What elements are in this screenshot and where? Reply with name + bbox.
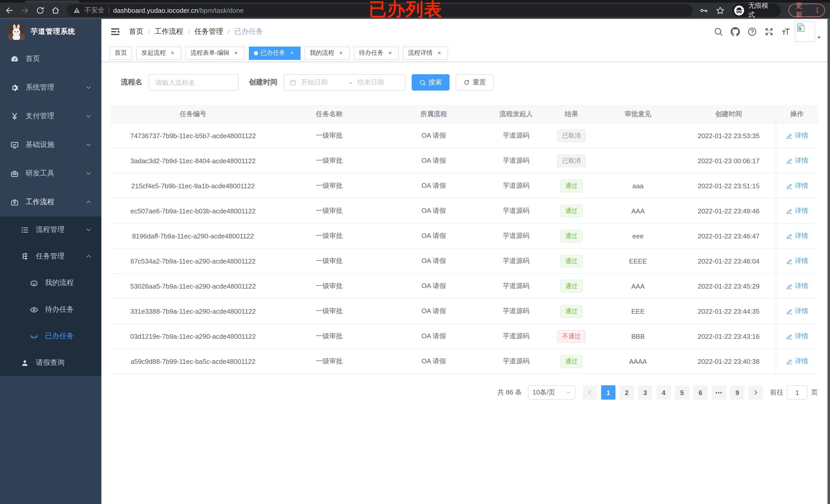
detail-button[interactable]: 详情 [786,306,808,316]
column-header: 审批意见 [595,105,681,123]
sidebar-item[interactable]: 支付管理 [0,102,101,131]
actions-cell: 详情 [776,274,818,298]
breadcrumb-item: 已办任务 [234,27,263,36]
comment: EEE [595,299,681,324]
task-name: 一级审批 [275,148,384,173]
detail-button[interactable]: 详情 [786,181,808,190]
process-name-input[interactable] [149,74,238,91]
table-header: 任务编号任务名称所属流程流程发起人结果审批意见创建时间操作 [111,105,818,123]
actions-cell: 详情 [776,123,818,148]
page-jump-input[interactable] [787,385,807,400]
created-time: 2022-01-22 23:53:35 [681,123,776,148]
prev-page-button[interactable] [583,385,597,400]
process-name: OA 请假 [384,324,484,348]
tab[interactable]: 已办任务 × [249,46,300,60]
sidebar-item[interactable]: 基础设施 [0,131,101,159]
monitor-icon [10,140,19,149]
forward-icon[interactable] [21,6,29,14]
detail-button[interactable]: 详情 [786,206,808,215]
key-icon[interactable] [700,6,708,14]
briefcase-icon [10,198,19,206]
chevron-down-icon [86,227,92,233]
detail-button[interactable]: 详情 [786,231,808,240]
comment: AAAA [595,349,681,373]
edit-icon [786,308,792,314]
detail-button[interactable]: 详情 [786,332,808,341]
page-button[interactable]: 6 [693,385,708,400]
page-button[interactable]: 2 [619,385,634,400]
table-row: 67c534a2-7b9a-11ec-a290-acde48001122 一级审… [111,249,818,274]
reset-button[interactable]: 重置 [456,74,493,91]
tab[interactable]: 我的流程 × [305,46,350,60]
page-button[interactable]: 4 [657,385,671,400]
sidebar-item[interactable]: 研发工具 [0,159,101,188]
tab[interactable]: 流程详情 × [403,46,448,60]
status-badge: 已取消 [557,154,586,167]
date-range-input[interactable]: 开始日期 - 结束日期 [284,74,406,91]
process-starter: 芋道源码 [484,173,548,198]
sidebar-item[interactable]: 系统管理 [0,73,101,102]
close-icon[interactable]: × [169,49,176,57]
task-name: 一级审批 [275,249,384,273]
detail-button[interactable]: 详情 [786,156,808,165]
back-icon[interactable] [5,6,14,14]
close-icon[interactable]: × [387,49,394,57]
search-icon[interactable] [714,27,723,36]
page-button[interactable]: 5 [675,385,689,400]
breadcrumb-item[interactable]: 首页 [129,27,143,36]
jump-label: 前往 [770,388,784,397]
sidebar-item[interactable]: 任务管理 [0,243,101,270]
actions-cell: 详情 [776,299,818,324]
next-page-button[interactable] [748,385,763,400]
breadcrumb: 首页/工作流程/任务管理/已办任务 [129,27,263,36]
sidebar-item[interactable]: 请假查询 [0,349,101,376]
sidebar-item[interactable]: 待办任务 [0,296,101,323]
browser-tab[interactable] [25,1,79,3]
page-button[interactable]: 9 [730,385,744,400]
github-icon[interactable] [731,27,740,36]
close-icon[interactable]: × [436,49,443,57]
breadcrumb-item[interactable]: 任务管理 [195,27,223,36]
address-divider [108,7,109,14]
result-cell: 通过 [548,274,595,298]
tab[interactable]: 发起流程 × [136,46,181,60]
detail-button[interactable]: 详情 [786,281,808,291]
detail-button[interactable]: 详情 [786,131,808,140]
fullscreen-icon[interactable] [764,27,774,36]
question-icon[interactable] [747,27,757,36]
screen: 不安全 dashboard.yudao.iocoder.cn/bpm/task/… [0,0,830,504]
home-icon[interactable] [51,6,60,14]
tab[interactable]: 待办任务 × [354,46,399,60]
search-button[interactable]: 搜索 [412,74,450,91]
sidebar-collapse-icon[interactable] [110,27,120,37]
star-icon[interactable] [716,6,725,14]
close-icon[interactable]: × [288,49,295,57]
avatar[interactable] [795,22,815,42]
page-button[interactable]: 3 [638,385,652,400]
detail-button[interactable]: 详情 [786,256,808,266]
created-time: 2022-01-22 23:43:16 [681,324,776,348]
sidebar-item[interactable]: 流程管理 [0,216,101,243]
close-icon[interactable]: × [338,49,345,57]
tab[interactable]: 首页 [109,46,132,60]
reload-icon[interactable] [36,6,44,14]
detail-button[interactable]: 详情 [786,357,808,366]
page-size-select[interactable]: 10条/页 [528,385,576,400]
task-id: a59c9d88-7b99-11ec-ba5c-acde48001122 [111,349,275,373]
sidebar-item[interactable]: 工作流程 [0,188,101,216]
status-badge: 通过 [560,179,583,192]
fontsize-icon[interactable] [781,27,791,36]
update-button[interactable]: 更新 [789,4,825,17]
sidebar-item[interactable]: 我的流程 [0,270,101,296]
kebab-menu-icon[interactable] [813,7,821,14]
edit-icon [786,182,792,189]
breadcrumb-item[interactable]: 工作流程 [155,27,183,36]
logo-row[interactable]: 芋道管理系统 [0,19,101,44]
avatar-caret-icon[interactable] [816,35,822,40]
sidebar-item[interactable]: 首页 [0,44,101,73]
page-button[interactable]: 1 [601,385,615,400]
tab[interactable]: 流程表单-编辑 × [185,46,245,60]
sidebar-item[interactable]: 已办任务 [0,323,101,349]
close-icon[interactable]: × [232,49,240,57]
more-pages-button[interactable]: ••• [712,385,726,400]
